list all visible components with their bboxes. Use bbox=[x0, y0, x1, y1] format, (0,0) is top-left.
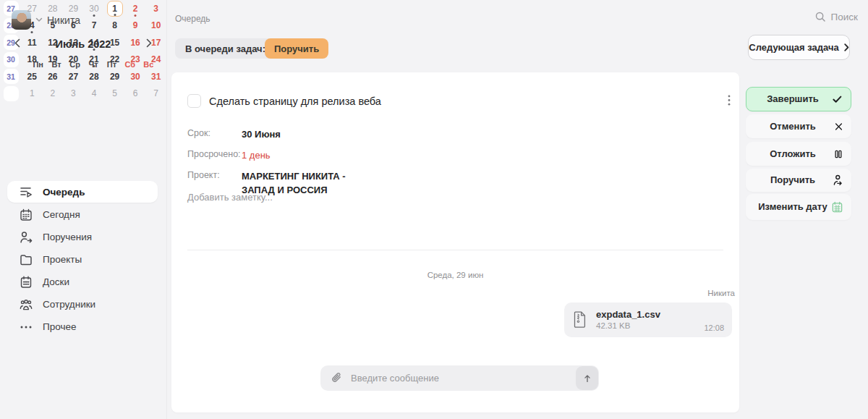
calendar-day[interactable]: 11 bbox=[24, 35, 40, 51]
calendar-day[interactable]: 29 bbox=[107, 69, 123, 85]
next-task-label: Следующая задача bbox=[749, 42, 838, 53]
calendar-day[interactable]: 26 bbox=[45, 69, 61, 85]
note-input[interactable]: Добавить заметку... bbox=[187, 192, 273, 203]
calendar-day[interactable]: 28 bbox=[86, 69, 102, 85]
message-input[interactable] bbox=[351, 366, 568, 390]
calendar-week-number: 31 bbox=[4, 69, 19, 84]
calendar-day[interactable]: 5 bbox=[45, 17, 61, 33]
sidebar-item-label: Доски bbox=[43, 276, 69, 287]
action-complete-button[interactable]: Завершить bbox=[746, 87, 851, 111]
calendar-day[interactable]: 2 bbox=[127, 1, 143, 17]
app-window: Никита Июль 2022 ПнВтСрЧтПтСбВс 27272829… bbox=[0, 0, 868, 419]
calendar-week-number bbox=[4, 86, 19, 101]
pause-icon bbox=[833, 149, 843, 159]
calendar-day[interactable]: 30 bbox=[127, 69, 143, 85]
task-dot bbox=[135, 14, 137, 17]
calendar-day[interactable]: 3 bbox=[148, 1, 164, 17]
task-menu-button[interactable] bbox=[721, 91, 737, 109]
calendar-day[interactable]: 10 bbox=[148, 17, 164, 33]
sidebar-item-employees[interactable]: Сотрудники bbox=[0, 293, 167, 316]
task-field-row: Просрочено:1 день bbox=[187, 149, 372, 163]
check-icon bbox=[832, 94, 843, 105]
attachment-filesize: 42.31 KB bbox=[596, 321, 630, 330]
queue-icon bbox=[19, 185, 33, 199]
sidebar-item-queue[interactable]: Очередь bbox=[7, 181, 158, 203]
calendar-day[interactable]: 9 bbox=[127, 17, 143, 33]
sidebar-item-label: Сотрудники bbox=[43, 299, 95, 310]
field-label: Просрочено: bbox=[187, 149, 242, 163]
calendar-day[interactable]: 5 bbox=[107, 85, 123, 101]
task-title: Сделать страницу для релиза веба bbox=[209, 96, 381, 107]
search-label: Поиск bbox=[831, 12, 858, 22]
task-checkbox[interactable] bbox=[187, 94, 201, 108]
action-cancel-button[interactable]: Отменить bbox=[746, 114, 851, 138]
calendar-day[interactable]: 24 bbox=[148, 51, 164, 67]
search-button[interactable]: Поиск bbox=[814, 11, 858, 22]
attachment-message[interactable]: expdata_1.csv 42.31 KB 12:08 bbox=[564, 302, 732, 337]
board-icon bbox=[19, 275, 33, 289]
calendar-day[interactable]: 16 bbox=[127, 35, 143, 51]
action-label: Отменить bbox=[754, 121, 831, 132]
sidebar-item-boards[interactable]: Доски bbox=[0, 271, 167, 293]
calendar-day[interactable]: 7 bbox=[86, 17, 102, 33]
calendar-day[interactable]: 30 bbox=[86, 1, 102, 17]
calendar-day[interactable]: 18 bbox=[24, 51, 40, 67]
calendar-day[interactable]: 27 bbox=[24, 1, 40, 17]
calendar-day[interactable]: 14 bbox=[86, 35, 102, 51]
sidebar-item-label: Очередь bbox=[43, 187, 85, 198]
action-label: Отложить bbox=[754, 148, 831, 160]
field-value: 1 день bbox=[242, 149, 271, 163]
calendar-day[interactable]: 20 bbox=[65, 51, 81, 67]
calendar-day[interactable]: 31 bbox=[148, 69, 164, 85]
calendar-day[interactable]: 19 bbox=[45, 51, 61, 67]
attach-button[interactable] bbox=[329, 371, 344, 386]
field-label: Срок: bbox=[187, 128, 242, 142]
calendar-day[interactable]: 27 bbox=[65, 69, 81, 85]
task-dot bbox=[31, 31, 33, 33]
task-field-row: Срок:30 Июня bbox=[187, 128, 372, 142]
chat-divider bbox=[187, 250, 723, 250]
calendar-day[interactable]: 6 bbox=[127, 85, 143, 101]
sidebar-item-label: Проекты bbox=[43, 254, 82, 265]
calendar-day[interactable]: 13 bbox=[65, 35, 81, 51]
calendar-day[interactable]: 4 bbox=[24, 17, 40, 33]
calendar-day[interactable]: 28 bbox=[45, 1, 61, 17]
calendar-prev-button[interactable] bbox=[10, 37, 25, 51]
sidebar-item-label: Прочее bbox=[43, 321, 76, 332]
message-time: 12:08 bbox=[704, 323, 724, 332]
calendar-day[interactable]: 22 bbox=[107, 51, 123, 67]
calendar-day[interactable]: 21 bbox=[86, 51, 102, 67]
sidebar-item-assignments[interactable]: Поручения bbox=[0, 226, 167, 248]
calendar-day[interactable]: 8 bbox=[107, 17, 123, 33]
action-change-date-button[interactable]: Изменить дату bbox=[746, 194, 851, 220]
calendar-day[interactable]: 23 bbox=[127, 51, 143, 67]
calendar-day[interactable]: 3 bbox=[65, 85, 81, 101]
sidebar-item-projects[interactable]: Проекты bbox=[0, 248, 167, 271]
search-icon bbox=[814, 11, 826, 22]
calendar-day[interactable]: 7 bbox=[148, 85, 164, 101]
send-button[interactable] bbox=[576, 366, 598, 390]
calendar-icon bbox=[19, 208, 33, 222]
calendar-day-selected[interactable]: 1 bbox=[107, 1, 123, 17]
calendar-day[interactable]: 15 bbox=[107, 35, 123, 51]
kebab-icon bbox=[728, 95, 731, 106]
action-delegate-button[interactable]: Поручить bbox=[746, 169, 851, 192]
assign-button[interactable]: Поручить bbox=[265, 38, 328, 59]
action-label: Завершить bbox=[755, 93, 830, 105]
calendar-day[interactable]: 2 bbox=[45, 85, 61, 101]
calendar-day[interactable]: 12 bbox=[45, 35, 61, 51]
message-sender: Никита bbox=[707, 289, 735, 297]
action-postpone-button[interactable]: Отложить bbox=[746, 142, 851, 166]
calendar-day[interactable]: 25 bbox=[24, 69, 40, 85]
calendar-day[interactable]: 4 bbox=[86, 85, 102, 101]
calendar-day[interactable]: 6 bbox=[65, 17, 81, 33]
close-icon bbox=[834, 122, 843, 131]
sidebar-item-other[interactable]: Прочее bbox=[0, 316, 167, 338]
calendar-day[interactable]: 1 bbox=[24, 85, 40, 101]
calendar-day[interactable]: 29 bbox=[65, 1, 81, 17]
folder-icon bbox=[19, 253, 33, 267]
next-task-button[interactable]: Следующая задача bbox=[748, 35, 850, 60]
ellipsis-icon bbox=[19, 320, 33, 334]
calendar-day[interactable]: 17 bbox=[148, 35, 164, 51]
sidebar-item-today[interactable]: Сегодня bbox=[0, 203, 167, 226]
